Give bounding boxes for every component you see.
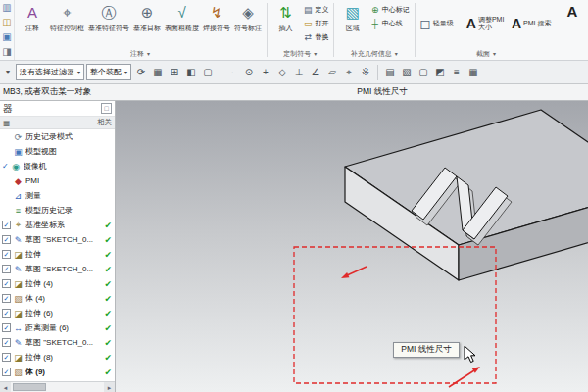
refresh-fit-icon[interactable]: ⟳	[133, 65, 149, 80]
tree-item-extrude-4[interactable]: ✓ ◪ 拉伸 (4) ✔	[0, 276, 115, 291]
scrollbar-thumb[interactable]	[13, 383, 46, 391]
ribbon-group-label-custom-symbol[interactable]: 定制符号 ▾	[270, 47, 330, 60]
feature-checkbox[interactable]: ✓	[2, 353, 11, 362]
feature-checkbox[interactable]: ✓	[2, 265, 11, 273]
navigator-h-scrollbar: ◂ ▸	[0, 381, 115, 392]
tree-item-sketch-3[interactable]: ✓ ✎ 草图 "SKETCH_0... ✔	[0, 262, 115, 276]
tree-item-model-views[interactable]: ▣ 模型视图	[0, 144, 115, 159]
feature-checkbox[interactable]: ✓	[2, 235, 11, 244]
snap-perpendicular-icon[interactable]: ⊥	[291, 65, 307, 80]
tree-item-extrude-2[interactable]: ✓ ◪ 拉伸 ✔	[0, 247, 115, 262]
half-shade-icon[interactable]: ◧	[183, 65, 199, 80]
snap-face-icon[interactable]: ▱	[324, 65, 340, 80]
tree-item-distance-measure[interactable]: ✓ ↔ 距离测量 (6) ✔	[0, 320, 115, 335]
define-symbol-button[interactable]: ▤ 定义	[301, 3, 330, 16]
dialog-title: PMI 线性尺寸	[357, 86, 407, 98]
tree-item-label: 历史记录模式	[25, 131, 73, 142]
tree-item-extrude-8[interactable]: ✓ ◪ 拉伸 (8) ✔	[0, 350, 115, 365]
window-switch-icon[interactable]: ◨	[0, 46, 14, 58]
part-navigator: 器 □ ▦ 相关 ⟳ 历史记录模式 ▣ 模型视图 ✓	[0, 101, 116, 392]
open-part-icon[interactable]: ◫	[0, 17, 14, 28]
snap-angle-icon[interactable]: ∠	[308, 65, 323, 80]
feature-checkbox[interactable]: ✓	[2, 250, 11, 259]
annotation-note-button[interactable]: A 注释	[17, 1, 48, 45]
grid-icon[interactable]: ▦	[466, 65, 481, 80]
symbol-callout-button[interactable]: ◈ 符号标注	[232, 1, 264, 45]
plane-icon[interactable]: ▢	[416, 65, 431, 80]
ribbon-button-label: 替换	[315, 32, 328, 42]
insert-symbol-button[interactable]: ⇅ 插入	[270, 1, 301, 45]
datum-target-button[interactable]: ⊕ 基准目标	[131, 1, 163, 45]
snap-intersection-icon[interactable]: +	[258, 65, 273, 80]
shaded-display-icon[interactable]: ▦	[150, 65, 166, 80]
scroll-left-icon[interactable]: ◂	[0, 382, 11, 392]
graphics-window[interactable]: PMI 线性尺寸	[116, 101, 588, 392]
feature-checkbox[interactable]: ✓	[2, 220, 11, 229]
check-icon: ✓	[2, 162, 9, 171]
ribbon-group-label-supplemental[interactable]: 补充几何信息 ▾	[337, 47, 412, 60]
feature-checkbox[interactable]: ✓	[2, 323, 11, 332]
scrollbar-track[interactable]	[11, 382, 104, 392]
tree-item-history-mode[interactable]: ⟳ 历史记录模式	[0, 129, 115, 144]
tree-item-pmi[interactable]: ◆ PMI	[0, 173, 115, 188]
pmi-extra-button[interactable]: A	[557, 0, 588, 44]
center-mark-button[interactable]: ⊕ 中心标记	[368, 3, 412, 16]
insert-symbol-icon: ⇅	[279, 2, 292, 24]
new-part-icon[interactable]: ▥	[0, 2, 14, 14]
surface-finish-button[interactable]: √ 表面粗糙度	[163, 1, 201, 45]
chevron-down-icon: ▾	[77, 69, 80, 75]
ribbon-button-label: 轻量级	[433, 20, 463, 27]
datum-plane-icon[interactable]: ▤	[382, 65, 398, 80]
replace-symbol-button[interactable]: ⇄ 替换	[301, 30, 330, 43]
tree-item-datum-csys[interactable]: ✓ ⌖ 基准坐标系 ✔	[0, 218, 115, 232]
feature-checkbox[interactable]: ✓	[2, 309, 11, 318]
ribbon-button-label: 中心线	[382, 19, 403, 28]
tree-item-model-history[interactable]: ≡ 模型历史记录	[0, 203, 115, 218]
ribbon-group-label-section[interactable]: 截面 ▾	[417, 47, 555, 60]
open-symbol-button[interactable]: ▭ 打开	[301, 17, 330, 29]
window-tile-icon[interactable]: ⊞	[167, 65, 182, 80]
tree-item-sketch-7[interactable]: ✓ ✎ 草图 "SKETCH_0... ✔	[0, 335, 115, 350]
snap-center-icon[interactable]: ⌖	[341, 65, 357, 80]
weld-symbol-button[interactable]: ↯ 焊接符号	[201, 1, 232, 45]
tree-item-label: 草图 "SKETCH_0...	[25, 234, 93, 245]
tree-item-cameras[interactable]: ✓ ◉ 摄像机	[0, 159, 115, 173]
corner-view-icon[interactable]: ◩	[432, 65, 448, 80]
region-button[interactable]: ▧ 区域	[337, 1, 368, 45]
tree-item-sketch-1[interactable]: ✓ ✎ 草图 "SKETCH_0... ✔	[0, 232, 115, 247]
scroll-right-icon[interactable]: ▸	[104, 382, 115, 392]
resize-pmi-button[interactable]: A 调整PMI 大小	[465, 1, 510, 45]
toolbar-options-icon[interactable]: ▾	[2, 68, 14, 76]
ribbon-group-annotation: A 注释 ⌖ 特征控制框 Ⓐ 基准特征符号 ⊕ 基准目标	[15, 0, 266, 60]
feature-control-frame-button[interactable]: ⌖ 特征控制框	[48, 1, 86, 45]
feature-checkbox[interactable]: ✓	[2, 279, 11, 288]
hatch-icon[interactable]: ▧	[399, 65, 415, 80]
tree-item-extrude-6[interactable]: ✓ ◪ 拉伸 (6) ✔	[0, 306, 115, 320]
snap-endpoint-icon[interactable]: ⊙	[241, 65, 257, 80]
navigator-options-icon[interactable]: □	[101, 103, 112, 114]
ribbon-group-label-annotation[interactable]: 注释 ▾	[17, 47, 264, 60]
pmi-search-a-icon: A	[512, 16, 521, 31]
feature-checkbox[interactable]: ✓	[2, 338, 11, 347]
ribbon-button-label: 打开	[315, 19, 328, 28]
centerline-button[interactable]: ┼ 中心线	[368, 17, 412, 29]
snap-midpoint-icon[interactable]: ◇	[274, 65, 290, 80]
list-view-icon[interactable]: ≡	[449, 65, 465, 80]
selection-filter-dropdown[interactable]: 没有选择过滤器 ▾	[16, 64, 84, 80]
datum-feature-symbol-button[interactable]: Ⓐ 基准特征符号	[86, 1, 131, 45]
tree-item-measure[interactable]: ⊿ 测量	[0, 188, 115, 203]
tree-item-body-9[interactable]: ✓ ▧ 体 (9) ✔	[0, 365, 115, 379]
ribbon-button-label: 区域	[346, 24, 360, 32]
grid-icon[interactable]: ▦	[3, 119, 10, 127]
wireframe-icon[interactable]: ▢	[200, 65, 216, 80]
lightweight-button[interactable]: ◻ 轻量级	[417, 1, 465, 45]
save-part-icon[interactable]: ▣	[0, 31, 14, 43]
ribbon: ▥ ◫ ▣ ◨ A 注释 ⌖ 特征控制框 Ⓐ	[0, 0, 588, 61]
snap-reference-icon[interactable]: ※	[358, 65, 373, 80]
selection-scope-dropdown[interactable]: 整个装配 ▾	[86, 64, 131, 80]
feature-checkbox[interactable]: ✓	[2, 294, 11, 303]
tree-item-body-4[interactable]: ✓ ▧ 体 (4) ✔	[0, 291, 115, 306]
snap-point-icon[interactable]: ∙	[224, 65, 240, 80]
feature-checkbox[interactable]: ✓	[2, 368, 11, 376]
pmi-search-button[interactable]: A PMI 搜索	[510, 1, 555, 45]
